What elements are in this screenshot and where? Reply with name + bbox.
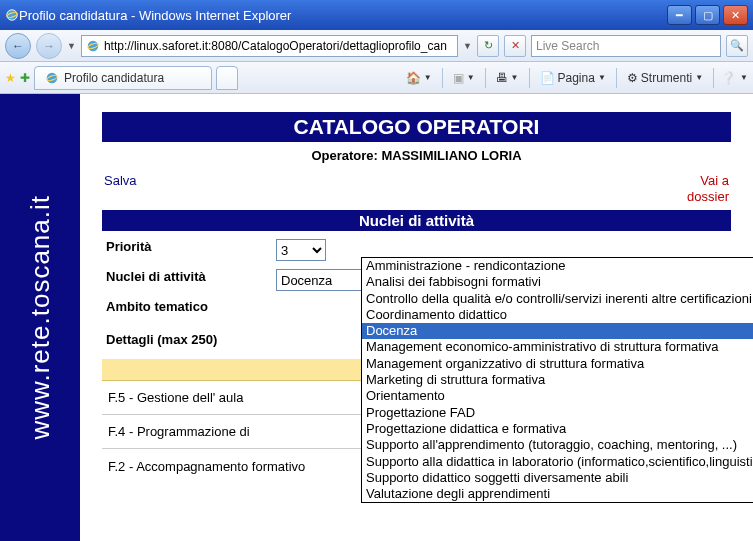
chevron-down-icon[interactable]: ▼	[463, 41, 472, 51]
nuclei-dropdown-list[interactable]: Amministrazione - rendicontazione Analis…	[361, 257, 753, 503]
search-button[interactable]: 🔍	[726, 35, 748, 57]
ie-icon	[5, 8, 19, 22]
dropdown-option[interactable]: Management organizzativo di struttura fo…	[362, 356, 753, 372]
back-button[interactable]: ←	[5, 33, 31, 59]
new-tab-button[interactable]	[216, 66, 238, 90]
dropdown-option[interactable]: Valutazione degli apprendimenti	[362, 486, 753, 502]
page-title: CATALOGO OPERATORI	[102, 112, 731, 142]
gear-icon: ⚙	[627, 71, 638, 85]
dropdown-option[interactable]: Coordinamento didattico	[362, 307, 753, 323]
viewport: www.rete.toscana.it CATALOGO OPERATORI O…	[0, 94, 753, 541]
print-menu[interactable]: 🖶▼	[493, 71, 522, 85]
dropdown-option[interactable]: Management economico-amministrativo di s…	[362, 339, 753, 355]
save-link[interactable]: Salva	[104, 173, 137, 204]
dropdown-option[interactable]: Amministrazione - rendicontazione	[362, 258, 753, 274]
dossier-link[interactable]: Vai a dossier	[669, 173, 729, 204]
dropdown-option[interactable]: Supporto didattico soggetti diversamente…	[362, 470, 753, 486]
dropdown-option[interactable]: Progettazione FAD	[362, 405, 753, 421]
favorites-star-icon[interactable]: ★	[5, 71, 16, 85]
sidebar-brand: www.rete.toscana.it	[25, 195, 56, 439]
search-placeholder: Live Search	[536, 39, 599, 53]
browser-tab[interactable]: Profilo candidatura	[34, 66, 212, 90]
help-icon[interactable]: ❔	[721, 71, 736, 85]
home-menu[interactable]: 🏠▼	[403, 71, 435, 85]
tools-menu[interactable]: ⚙Strumenti▼	[624, 71, 706, 85]
forward-button[interactable]: →	[36, 33, 62, 59]
dettagli-label: Dettagli (max 250)	[106, 332, 276, 347]
dropdown-option[interactable]: Analisi dei fabbisogni formativi	[362, 274, 753, 290]
priority-select[interactable]: 3	[276, 239, 326, 261]
stop-button[interactable]: ✕	[504, 35, 526, 57]
close-button[interactable]: ✕	[723, 5, 748, 25]
page-menu[interactable]: 📄Pagina▼	[537, 71, 609, 85]
url-text: http://linux.saforet.it:8080/CatalogoOpe…	[104, 39, 447, 53]
add-favorite-icon[interactable]: ✚	[20, 71, 30, 85]
dropdown-option[interactable]: Supporto alla didattica in laboratorio (…	[362, 454, 753, 470]
dropdown-option[interactable]: Orientamento	[362, 388, 753, 404]
home-icon: 🏠	[406, 71, 421, 85]
menubar: ★ ✚ Profilo candidatura 🏠▼ ▣▼ 🖶▼ 📄Pagina…	[0, 62, 753, 94]
rss-icon: ▣	[453, 71, 464, 85]
minimize-button[interactable]: ━	[667, 5, 692, 25]
page-subtitle: Operatore: MASSIMILIANO LORIA	[102, 142, 731, 173]
feeds-menu[interactable]: ▣▼	[450, 71, 478, 85]
priority-label: Priorità	[106, 239, 276, 254]
dropdown-option[interactable]: Controllo della qualità e/o controlli/se…	[362, 291, 753, 307]
page-icon	[86, 39, 100, 53]
ambito-label: Ambito tematico	[106, 299, 276, 314]
section-header: Nuclei di attività	[102, 210, 731, 231]
dropdown-option-selected[interactable]: Docenza	[362, 323, 753, 339]
chevron-down-icon[interactable]: ▼	[67, 41, 76, 51]
ie-icon	[45, 71, 59, 85]
page-content: CATALOGO OPERATORI Operatore: MASSIMILIA…	[80, 94, 753, 541]
maximize-button[interactable]: ▢	[695, 5, 720, 25]
refresh-button[interactable]: ↻	[477, 35, 499, 57]
url-field[interactable]: http://linux.saforet.it:8080/CatalogoOpe…	[81, 35, 458, 57]
page-icon: 📄	[540, 71, 555, 85]
window-titlebar: Profilo candidatura - Windows Internet E…	[0, 0, 753, 30]
nuclei-label: Nuclei di attività	[106, 269, 276, 284]
sidebar: www.rete.toscana.it	[0, 94, 80, 541]
dropdown-option[interactable]: Progettazione didattica e formativa	[362, 421, 753, 437]
dropdown-option[interactable]: Supporto all'apprendimento (tutoraggio, …	[362, 437, 753, 453]
tab-label: Profilo candidatura	[64, 71, 164, 85]
search-field[interactable]: Live Search	[531, 35, 721, 57]
dropdown-option[interactable]: Marketing di struttura formativa	[362, 372, 753, 388]
print-icon: 🖶	[496, 71, 508, 85]
navbar: ← → ▼ http://linux.saforet.it:8080/Catal…	[0, 30, 753, 62]
window-title: Profilo candidatura - Windows Internet E…	[19, 8, 664, 23]
